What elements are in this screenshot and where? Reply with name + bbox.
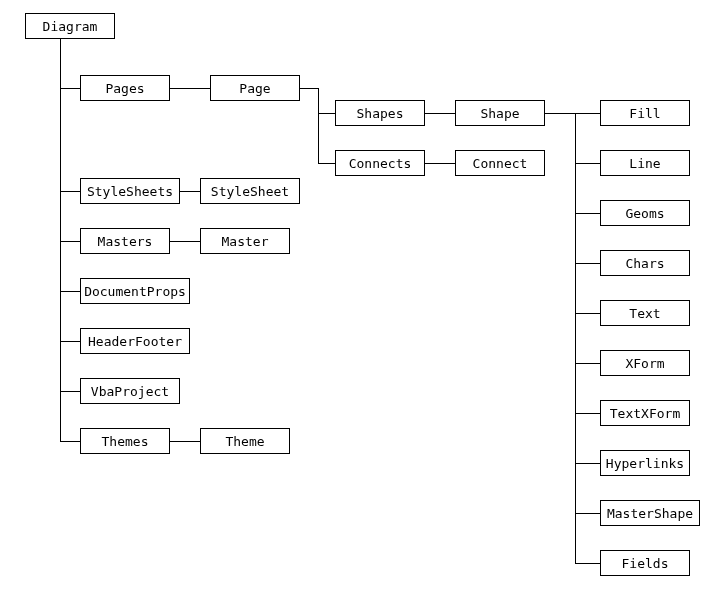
connector <box>60 39 61 441</box>
connector <box>425 163 455 164</box>
connector <box>575 463 600 464</box>
connector <box>318 163 335 164</box>
node-documentprops: DocumentProps <box>80 278 190 304</box>
connector <box>170 241 200 242</box>
node-pages: Pages <box>80 75 170 101</box>
connector <box>60 291 80 292</box>
node-connects: Connects <box>335 150 425 176</box>
connector <box>318 88 319 164</box>
connector <box>60 341 80 342</box>
connector <box>545 113 575 114</box>
node-xform: XForm <box>600 350 690 376</box>
node-textxform: TextXForm <box>600 400 690 426</box>
node-text: Text <box>600 300 690 326</box>
connector <box>170 88 210 89</box>
node-connect: Connect <box>455 150 545 176</box>
connector <box>575 313 600 314</box>
connector <box>575 413 600 414</box>
node-vbaproject: VbaProject <box>80 378 180 404</box>
node-line: Line <box>600 150 690 176</box>
connector <box>180 191 200 192</box>
connector <box>60 88 80 89</box>
node-chars: Chars <box>600 250 690 276</box>
node-diagram: Diagram <box>25 13 115 39</box>
connector <box>300 88 318 89</box>
connector <box>575 363 600 364</box>
node-stylesheets: StyleSheets <box>80 178 180 204</box>
connector <box>60 241 80 242</box>
node-shapes: Shapes <box>335 100 425 126</box>
connector <box>60 441 80 442</box>
node-hyperlinks: Hyperlinks <box>600 450 690 476</box>
connector <box>575 113 576 563</box>
connector <box>575 113 600 114</box>
node-page: Page <box>210 75 300 101</box>
node-master: Master <box>200 228 290 254</box>
node-fill: Fill <box>600 100 690 126</box>
node-geoms: Geoms <box>600 200 690 226</box>
connector <box>575 513 600 514</box>
node-stylesheet: StyleSheet <box>200 178 300 204</box>
node-headerfooter: HeaderFooter <box>80 328 190 354</box>
connector <box>318 113 335 114</box>
node-theme: Theme <box>200 428 290 454</box>
connector <box>575 263 600 264</box>
connector <box>575 563 600 564</box>
connector <box>575 163 600 164</box>
node-shape: Shape <box>455 100 545 126</box>
connector <box>575 213 600 214</box>
node-themes: Themes <box>80 428 170 454</box>
node-masters: Masters <box>80 228 170 254</box>
connector <box>60 391 80 392</box>
node-fields: Fields <box>600 550 690 576</box>
connector <box>170 441 200 442</box>
node-mastershape: MasterShape <box>600 500 700 526</box>
connector <box>60 191 80 192</box>
connector <box>425 113 455 114</box>
